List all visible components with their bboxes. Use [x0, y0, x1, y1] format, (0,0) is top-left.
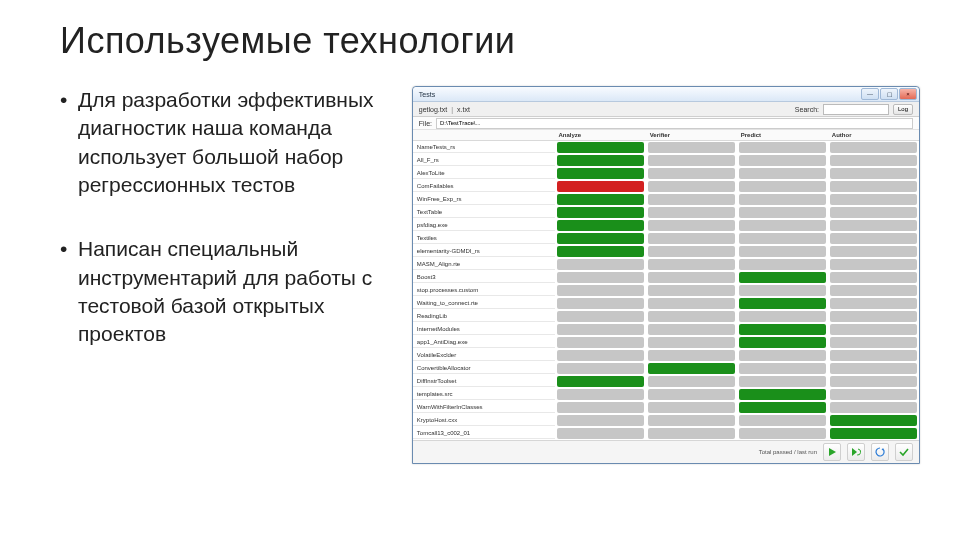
log-button[interactable]: Log: [893, 104, 913, 115]
status-cell: [739, 207, 826, 218]
table-row[interactable]: InternetModules: [413, 323, 919, 336]
column-header[interactable]: Predict: [737, 130, 828, 141]
column-header[interactable]: [413, 130, 555, 141]
status-cell: [557, 259, 644, 270]
status-cell: [557, 389, 644, 400]
status-cell: [739, 220, 826, 231]
status-cell: [830, 181, 917, 192]
toolbar: getlog.txt | x.txt Search: Log: [413, 102, 919, 117]
confirm-button[interactable]: [895, 443, 913, 461]
maximize-button[interactable]: ☐: [880, 88, 898, 100]
status-cell: [739, 415, 826, 426]
status-cell: [739, 168, 826, 179]
results-grid: AnalyzeVerifierPredictAuthor NameTests_r…: [413, 130, 919, 440]
table-row[interactable]: NameTests_rs: [413, 141, 919, 155]
status-cell: [557, 285, 644, 296]
status-cell: [557, 402, 644, 413]
table-row[interactable]: stop.processes.custom: [413, 284, 919, 297]
status-cell: [557, 194, 644, 205]
status-cell: [648, 311, 735, 322]
test-name: WarnWithFilterInClasses: [413, 402, 555, 413]
status-cell: [648, 272, 735, 283]
status-cell: [557, 220, 644, 231]
test-name: AlexToLite: [413, 168, 555, 179]
status-cell: [557, 337, 644, 348]
table-row[interactable]: AlexToLite: [413, 167, 919, 180]
status-cell: [557, 168, 644, 179]
table-row[interactable]: WarnWithFilterInClasses: [413, 401, 919, 414]
status-cell: [557, 324, 644, 335]
window-footer: Total passed / last run: [413, 440, 919, 463]
status-cell: [739, 233, 826, 244]
table-row[interactable]: ReadingLib: [413, 310, 919, 323]
status-cell: [830, 363, 917, 374]
column-header[interactable]: Analyze: [555, 130, 646, 141]
status-cell: [557, 246, 644, 257]
table-row[interactable]: TextTable: [413, 206, 919, 219]
refresh-icon: [875, 447, 885, 457]
status-cell: [739, 376, 826, 387]
path-row: File:: [413, 117, 919, 130]
table-row[interactable]: Textiles: [413, 232, 919, 245]
path-input[interactable]: [436, 118, 913, 129]
status-cell: [830, 207, 917, 218]
table-row[interactable]: elementarity-GDMDI_rs: [413, 245, 919, 258]
column-header[interactable]: Verifier: [646, 130, 737, 141]
table-row[interactable]: app1_AntiDiag.exe: [413, 336, 919, 349]
table-row[interactable]: KryptoHost.cxx: [413, 414, 919, 427]
window-titlebar[interactable]: Tests — ☐ ×: [413, 87, 919, 102]
table-row[interactable]: templates.src: [413, 388, 919, 401]
search-input[interactable]: [823, 104, 889, 115]
toolbar-item-b[interactable]: x.txt: [457, 106, 470, 113]
run-button[interactable]: [823, 443, 841, 461]
test-name: NameTests_rs: [413, 142, 555, 153]
table-row[interactable]: psfdiag.exe: [413, 219, 919, 232]
status-cell: [830, 389, 917, 400]
table-row[interactable]: All_F_rs: [413, 154, 919, 167]
rerun-button[interactable]: [847, 443, 865, 461]
status-cell: [557, 181, 644, 192]
play-icon: [827, 447, 837, 457]
table-row[interactable]: ConvertibleAllocator: [413, 362, 919, 375]
window-buttons: — ☐ ×: [861, 88, 917, 100]
status-cell: [830, 337, 917, 348]
toolbar-item-a[interactable]: getlog.txt: [419, 106, 447, 113]
test-name: elementarity-GDMDI_rs: [413, 246, 555, 257]
status-cell: [739, 181, 826, 192]
bullet-column: Для разработки эффективных диагностик на…: [60, 86, 412, 385]
close-button[interactable]: ×: [899, 88, 917, 100]
table-row[interactable]: ComFailables: [413, 180, 919, 193]
test-name: ComFailables: [413, 181, 555, 192]
table-row[interactable]: WinFree_Exp_rs: [413, 193, 919, 206]
slide: Используемые технологии Для разработки э…: [0, 0, 960, 540]
table-row[interactable]: DiffInstrToolset: [413, 375, 919, 388]
status-cell: [830, 168, 917, 179]
status-cell: [739, 194, 826, 205]
svg-marker-0: [829, 448, 836, 456]
minimize-button[interactable]: —: [861, 88, 879, 100]
column-header[interactable]: Author: [828, 130, 919, 141]
table-row[interactable]: MASM_Align.rte: [413, 258, 919, 271]
separator: |: [451, 106, 453, 113]
slide-title: Используемые технологии: [60, 20, 920, 62]
status-cell: [557, 311, 644, 322]
status-cell: [557, 142, 644, 153]
test-name: DiffInstrToolset: [413, 376, 555, 387]
status-cell: [648, 181, 735, 192]
svg-marker-2: [882, 448, 885, 451]
status-cell: [830, 220, 917, 231]
refresh-button[interactable]: [871, 443, 889, 461]
test-name: ConvertibleAllocator: [413, 363, 555, 374]
svg-marker-1: [852, 448, 857, 456]
table-row[interactable]: VolatileExclder: [413, 349, 919, 362]
status-cell: [557, 233, 644, 244]
status-cell: [830, 246, 917, 257]
status-cell: [739, 272, 826, 283]
status-cell: [830, 259, 917, 270]
status-cell: [648, 324, 735, 335]
table-row[interactable]: Tomcall13_c002_01: [413, 427, 919, 440]
status-cell: [830, 376, 917, 387]
table-row[interactable]: Waiting_to_connect.rte: [413, 297, 919, 310]
table-row[interactable]: Boost3: [413, 271, 919, 284]
status-cell: [739, 311, 826, 322]
